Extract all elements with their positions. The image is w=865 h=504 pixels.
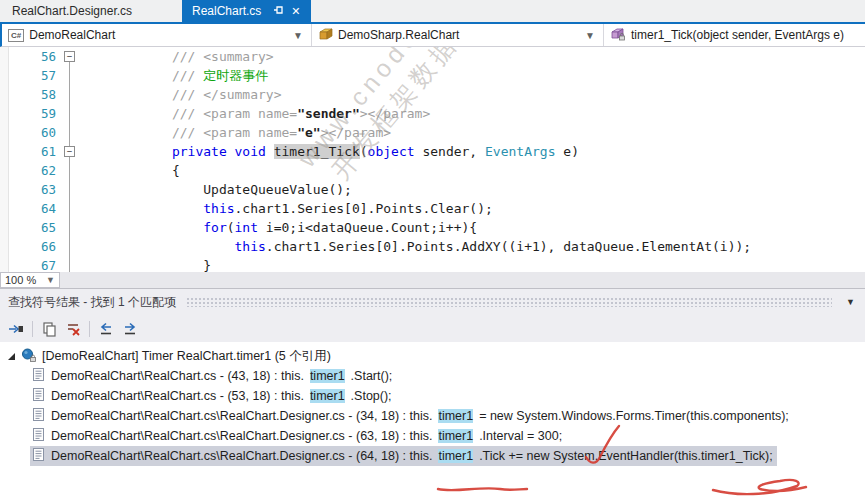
zoom-level-dropdown[interactable]: 100 % ▼ — [0, 272, 60, 288]
code-text: /// <param name="e"></param> — [78, 123, 391, 142]
zoom-level-value: 100 % — [5, 274, 36, 286]
result-row[interactable]: DemoRealChart\RealChart.cs - (43, 18) : … — [0, 366, 865, 386]
result-row[interactable]: DemoRealChart\RealChart.cs - (53, 18) : … — [0, 386, 865, 406]
member-dropdown[interactable]: timer1_Tick(object sender, EventArgs e) — [604, 24, 865, 46]
class-icon — [318, 27, 333, 44]
code-text: /// <param name="sender"></param> — [78, 104, 430, 123]
fold-gutter — [64, 222, 75, 233]
fold-gutter — [64, 108, 75, 119]
match-highlight: timer1 — [310, 389, 345, 403]
line-number: 59 — [0, 104, 56, 123]
line-number: 60 — [0, 123, 56, 142]
code-line: 66 this.chart1.Series[0].Points.AddXY((i… — [0, 237, 865, 256]
pin-icon[interactable] — [273, 4, 285, 19]
tab-realchart-designer-cs[interactable]: RealChart.Designer.cs — [0, 0, 182, 22]
chevron-down-icon: ▼ — [293, 30, 305, 41]
result-row[interactable]: DemoRealChart\RealChart.cs\RealChart.Des… — [0, 446, 865, 466]
line-number: 61 — [0, 142, 56, 161]
result-row-content: DemoRealChart\RealChart.cs\RealChart.Des… — [30, 406, 793, 426]
result-row-content: DemoRealChart\RealChart.cs\RealChart.Des… — [30, 426, 566, 446]
chevron-down-icon: ▼ — [46, 275, 55, 285]
code-text: this.chart1.Series[0].Points.Clear(); — [78, 199, 493, 218]
reference-doc-icon — [32, 447, 45, 465]
code-line: 61− private void timer1_Tick(object send… — [0, 142, 865, 161]
line-number: 56 — [0, 47, 56, 66]
code-text: /// <summary> — [78, 47, 274, 66]
fold-collapse-icon[interactable]: − — [64, 146, 75, 157]
match-highlight: timer1 — [438, 409, 473, 423]
document-tab-bar: RealChart.Designer.cs RealChart.cs ✕ — [0, 0, 865, 24]
goto-definition-icon[interactable] — [6, 319, 26, 339]
code-line: 63 UpdateQueueValue(); — [0, 180, 865, 199]
code-text: /// 定时器事件 — [78, 66, 268, 85]
editor-bottom-bar: 100 % ▼ — [0, 272, 865, 289]
reference-doc-icon — [32, 367, 45, 385]
clear-results-icon[interactable] — [63, 319, 83, 339]
fold-gutter — [64, 127, 75, 138]
code-line: 60 /// <param name="e"></param> — [0, 123, 865, 142]
code-text: this.chart1.Series[0].Points.AddXY((i+1)… — [78, 237, 751, 256]
find-symbol-results-panel: 查找符号结果 - 找到 1 个匹配项 ▼ [DemoRealChart] Tim… — [0, 289, 865, 488]
tab-label: RealChart.cs — [192, 4, 261, 18]
result-row[interactable]: DemoRealChart\RealChart.cs\RealChart.Des… — [0, 406, 865, 426]
previous-reference-icon[interactable] — [96, 319, 116, 339]
results-root-label: [DemoRealChart] Timer RealChart.timer1 (… — [42, 348, 331, 365]
code-text: for(int i=0;i<dataQueue.Count;i++){ — [78, 218, 477, 237]
code-text: /// </summary> — [78, 85, 282, 104]
member-dropdown-label: timer1_Tick(object sender, EventArgs e) — [631, 28, 844, 42]
panel-grip-texture — [186, 297, 832, 307]
expanded-triangle-icon[interactable] — [8, 353, 15, 360]
line-number: 57 — [0, 66, 56, 85]
reference-doc-icon — [32, 407, 45, 425]
fold-collapse-icon[interactable]: − — [64, 51, 75, 62]
fold-gutter — [64, 260, 75, 271]
horizontal-scrollbar[interactable] — [60, 272, 865, 288]
close-icon[interactable]: ✕ — [291, 6, 300, 17]
code-text: { — [78, 161, 180, 180]
type-dropdown-label: DemoSharp.RealChart — [338, 28, 459, 42]
line-number: 63 — [0, 180, 56, 199]
panel-title: 查找符号结果 - 找到 1 个匹配项 — [8, 294, 176, 311]
fold-gutter — [64, 70, 75, 81]
tab-realchart-cs[interactable]: RealChart.cs ✕ — [182, 0, 311, 22]
result-row-content: DemoRealChart\RealChart.cs - (43, 18) : … — [30, 366, 396, 386]
project-dropdown-label: DemoRealChart — [29, 28, 115, 42]
results-toolbar — [0, 315, 865, 342]
line-number: 65 — [0, 218, 56, 237]
line-number: 62 — [0, 161, 56, 180]
next-reference-icon[interactable] — [120, 319, 140, 339]
reference-doc-icon — [32, 427, 45, 445]
code-line: 59 /// <param name="sender"></param> — [0, 104, 865, 123]
results-list: [DemoRealChart] Timer RealChart.timer1 (… — [0, 342, 865, 488]
editor-navigation-bar: C# DemoRealChart ▼ DemoSharp.RealChart ▼… — [0, 24, 865, 47]
result-row-content: DemoRealChart\RealChart.cs\RealChart.Des… — [30, 446, 777, 466]
private-field-icon — [21, 348, 36, 365]
results-root-row[interactable]: [DemoRealChart] Timer RealChart.timer1 (… — [0, 346, 865, 366]
chevron-down-icon: ▼ — [585, 30, 597, 41]
line-number: 64 — [0, 199, 56, 218]
code-line: 56− /// <summary> — [0, 47, 865, 66]
code-line: 58 /// </summary> — [0, 85, 865, 104]
panel-title-bar[interactable]: 查找符号结果 - 找到 1 个匹配项 ▼ — [0, 289, 865, 315]
code-text: } — [78, 256, 211, 272]
fold-gutter — [64, 241, 75, 252]
code-lines: 56− /// <summary>57 /// 定时器事件58 /// </su… — [0, 47, 865, 272]
type-dropdown[interactable]: DemoSharp.RealChart ▼ — [312, 24, 604, 46]
fold-gutter — [64, 184, 75, 195]
match-highlight: timer1 — [438, 429, 473, 443]
copy-icon[interactable] — [39, 319, 59, 339]
result-rows: DemoRealChart\RealChart.cs - (43, 18) : … — [0, 366, 865, 466]
fold-gutter — [64, 89, 75, 100]
code-editor[interactable]: 56− /// <summary>57 /// 定时器事件58 /// </su… — [0, 47, 865, 272]
result-row-content: DemoRealChart\RealChart.cs - (53, 18) : … — [30, 386, 396, 406]
match-highlight: timer1 — [310, 369, 345, 383]
line-number: 66 — [0, 237, 56, 256]
code-line: 64 this.chart1.Series[0].Points.Clear(); — [0, 199, 865, 218]
result-row[interactable]: DemoRealChart\RealChart.cs\RealChart.Des… — [0, 426, 865, 446]
toolbar-separator — [89, 321, 90, 337]
panel-menu-button[interactable]: ▼ — [842, 297, 859, 307]
code-line: 57 /// 定时器事件 — [0, 66, 865, 85]
fold-gutter — [64, 165, 75, 176]
project-dropdown[interactable]: C# DemoRealChart ▼ — [2, 24, 312, 46]
line-number: 58 — [0, 85, 56, 104]
